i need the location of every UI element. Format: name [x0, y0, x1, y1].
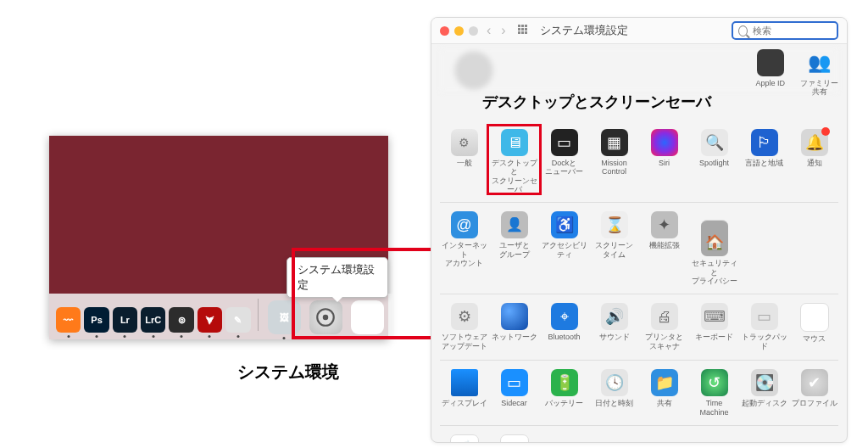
keyboard-icon: ⌨	[701, 303, 728, 330]
back-button[interactable]: ‹	[485, 24, 492, 37]
pref-label: 通知	[807, 159, 822, 176]
close-button[interactable]	[440, 26, 449, 36]
lightroom-classic-app[interactable]: LrC	[141, 307, 165, 333]
pref-keyboard[interactable]: ⌨キーボード	[690, 303, 738, 351]
pref-label: ユーザとグループ	[499, 241, 530, 259]
pref-label: プリンタとスキャナ	[645, 333, 683, 350]
pref-sharing[interactable]: 📁共有	[640, 369, 688, 417]
mission-control-icon: ▦	[601, 129, 628, 156]
minimize-button[interactable]	[454, 26, 464, 36]
sound-icon: 🔊	[601, 303, 628, 330]
pref-users-groups[interactable]: 👤ユーザとグループ	[490, 211, 538, 285]
pref-label: 言語と地域	[745, 159, 783, 176]
pref-sidecar[interactable]: ▭Sidecar	[490, 369, 538, 417]
trackpad-icon: ▭	[751, 303, 778, 330]
pref-family-sharing[interactable]: 👥ファミリー共有	[800, 49, 838, 97]
pref-label: ソフトウェアアップデート	[442, 333, 487, 350]
pref-label: TimeMachine	[699, 399, 728, 417]
spotlight-icon: 🔍	[701, 129, 728, 156]
utility-app[interactable]: ✎	[225, 307, 250, 333]
pref-general[interactable]: ⚙一般	[440, 129, 488, 193]
pref-printers-scanners[interactable]: 🖨プリンタとスキャナ	[640, 303, 688, 351]
bluetooth-icon: ⌖	[551, 303, 578, 330]
mouse-icon: 🖱	[800, 303, 829, 332]
dock-separator	[258, 299, 259, 331]
pref-profiles[interactable]: ✔プロファイル	[790, 369, 838, 417]
profiles-icon: ✔	[801, 369, 828, 396]
pref-label: Sidecar	[501, 399, 527, 416]
pref-label: サウンド	[599, 333, 630, 350]
show-all-button[interactable]	[518, 25, 530, 36]
pref-label: ディスプレイ	[442, 399, 487, 416]
pref-label: ネットワーク	[492, 333, 537, 350]
screen-time-icon: ⌛	[601, 211, 628, 238]
time-machine-icon: ↺	[701, 369, 728, 396]
pref-label: 日付と時刻	[595, 399, 633, 416]
acrobat-app[interactable]: ⮟	[198, 307, 222, 333]
pref-siri[interactable]: Siri	[640, 129, 688, 193]
pref-software-update[interactable]: ⚙ソフトウェアアップデート	[440, 303, 488, 351]
pref-screen-time[interactable]: ⌛スクリーンタイム	[590, 211, 638, 285]
sidecar-icon: ▭	[501, 369, 528, 396]
pref-network[interactable]: ネットワーク	[490, 303, 538, 351]
language-region-icon: 🏳	[751, 129, 778, 156]
titlebar: ‹ › システム環境設定	[431, 18, 847, 44]
pref-label: バッテリー	[545, 399, 583, 416]
forward-button[interactable]: ›	[499, 24, 507, 37]
photoshop-app[interactable]: Ps	[84, 307, 108, 333]
pref-mission-control[interactable]: ▦MissionControl	[590, 129, 638, 193]
pref-label: ファミリー共有	[800, 79, 838, 97]
pref-label: Bluetooth	[548, 333, 580, 350]
prefs-row-0: ⚙一般🖥デスクトップとスクリーンセーバ▭Dockとニューバー▦MissionCo…	[440, 120, 838, 193]
pref-battery[interactable]: 🔋バッテリー	[540, 369, 588, 417]
pref-dock-menubar[interactable]: ▭Dockとニューバー	[540, 129, 588, 193]
pref-label: Spotlight	[699, 159, 729, 176]
search-input[interactable]	[751, 25, 832, 36]
creative-cloud-app[interactable]: ⊚	[169, 307, 193, 333]
pref-language-region[interactable]: 🏳言語と地域	[740, 129, 788, 193]
pref-bluetooth[interactable]: ⌖Bluetooth	[540, 303, 588, 351]
pref-extensions[interactable]: ✦機能拡張	[640, 211, 688, 285]
pref-time-machine[interactable]: ↺TimeMachine	[690, 369, 738, 417]
pref-label: Siri	[659, 159, 670, 176]
pref-desktop-screensaver[interactable]: 🖥デスクトップとスクリーンセーバ	[490, 129, 538, 193]
lightroom-app[interactable]: Lr	[113, 307, 137, 333]
pref-label: スクリーンタイム	[595, 241, 633, 259]
pref-security-privacy[interactable]: 🏠セキュリティとプライバシー	[690, 211, 738, 285]
pref-date-time[interactable]: 🕓日付と時刻	[590, 369, 638, 417]
pref-notifications[interactable]: 🔔通知	[790, 129, 838, 193]
search-icon	[738, 25, 748, 36]
prefs-row-4: ☕JavaPDLPDLを選択	[440, 425, 838, 443]
search-field[interactable]	[732, 21, 838, 40]
pref-internet-accounts[interactable]: @インターネットアカウント	[440, 211, 488, 285]
pref-java[interactable]: ☕Java	[440, 434, 488, 443]
pref-accessibility[interactable]: ♿アクセシビリティ	[540, 211, 588, 285]
java-icon: ☕	[450, 434, 479, 443]
pref-label: Apple ID	[755, 79, 785, 96]
software-update-icon: ⚙	[451, 303, 478, 330]
pref-spotlight[interactable]: 🔍Spotlight	[690, 129, 738, 193]
pref-label: キーボード	[695, 333, 733, 350]
pref-label: アクセシビリティ	[540, 241, 588, 259]
apple-id-icon	[757, 49, 784, 76]
highlight-box-dock	[292, 248, 439, 339]
pref-label: 共有	[657, 399, 672, 416]
pref-mouse[interactable]: 🖱マウス	[790, 303, 838, 351]
dock-menubar-icon: ▭	[551, 129, 578, 156]
zoom-button[interactable]	[469, 26, 478, 36]
pref-sound[interactable]: 🔊サウンド	[590, 303, 638, 351]
general-icon: ⚙	[451, 129, 478, 156]
pref-startup-disk[interactable]: 💽起動ディスク	[740, 369, 788, 417]
pref-apple-id[interactable]: Apple ID	[755, 49, 785, 97]
pref-trackpad[interactable]: ▭トラックパッド	[740, 303, 788, 351]
pref-displays[interactable]: ディスプレイ	[440, 369, 488, 417]
date-time-icon: 🕓	[601, 369, 628, 396]
pref-label: 起動ディスク	[742, 399, 787, 416]
callout-desktop-screensaver: デスクトップとスクリーンセーバ	[482, 92, 711, 112]
pref-label: セキュリティとプライバシー	[690, 259, 738, 285]
startup-disk-icon: 💽	[751, 369, 778, 396]
prefs-row-1: @インターネットアカウント👤ユーザとグループ♿アクセシビリティ⌛スクリーンタイム…	[440, 202, 838, 285]
pref-label: 一般	[457, 159, 472, 176]
pref-pdl-select[interactable]: PDLPDLを選択	[490, 434, 538, 443]
trends-app[interactable]: 〰	[56, 307, 81, 333]
